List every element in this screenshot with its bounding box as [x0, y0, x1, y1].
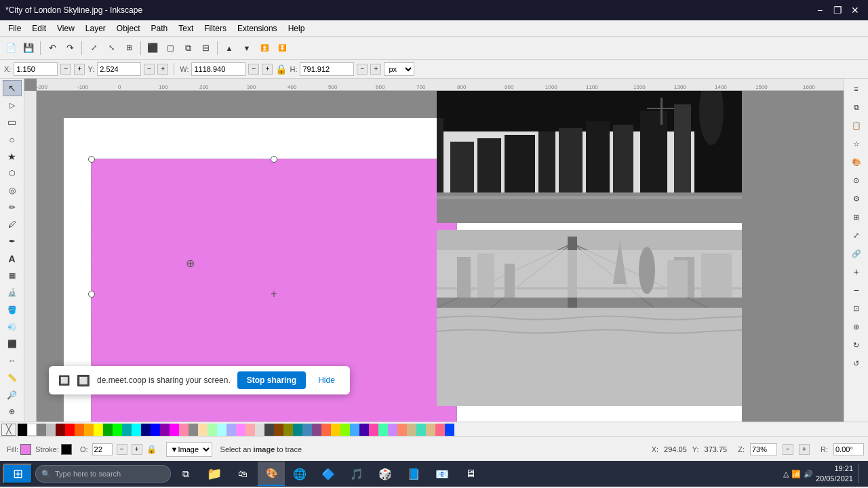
color-darkgreen[interactable] [103, 424, 113, 436]
file-explorer-button[interactable]: 📁 [201, 462, 228, 486]
color-violet[interactable] [312, 424, 321, 436]
zoom-page-button[interactable]: ⤡ [103, 40, 119, 56]
color-white[interactable] [27, 424, 37, 436]
unit-select[interactable]: px mm cm in [384, 62, 414, 76]
rotate-cw-button[interactable]: ↻ [847, 336, 866, 354]
text-tool[interactable]: A [3, 251, 22, 267]
paint-bucket-tool[interactable]: 🪣 [3, 302, 22, 318]
zoom-input[interactable] [750, 443, 777, 455]
mail-button[interactable]: 📧 [429, 462, 456, 486]
undo-button[interactable]: ↶ [44, 40, 60, 56]
color-lightmagenta[interactable] [236, 424, 245, 436]
color-gray2[interactable] [46, 424, 56, 436]
group-button[interactable]: ⧉ [180, 40, 196, 56]
color-green[interactable] [113, 424, 122, 436]
calligraphy-tool[interactable]: ✒ [3, 233, 22, 249]
search-box[interactable]: 🔍 Type here to search [35, 465, 171, 483]
opacity-increase-button[interactable]: + [132, 444, 142, 455]
color-magenta[interactable] [170, 424, 179, 436]
color-gold[interactable] [331, 424, 340, 436]
h-increase-button[interactable]: + [370, 64, 381, 75]
color-lightgray[interactable] [255, 424, 264, 436]
minimize-button[interactable]: − [812, 3, 827, 18]
color-darkred[interactable] [56, 424, 65, 436]
w-coord-input[interactable] [191, 62, 245, 76]
lower-bottom-button[interactable]: ⏬ [274, 40, 290, 56]
color-darkcyan[interactable] [122, 424, 132, 436]
w-decrease-button[interactable]: − [248, 64, 259, 75]
media-button[interactable]: 🎵 [343, 462, 370, 486]
y-decrease-button[interactable]: − [144, 64, 155, 75]
color-orange[interactable] [75, 424, 84, 436]
transform-button[interactable]: ⤢ [847, 226, 866, 244]
no-color-swatch[interactable]: ╳ [1, 424, 16, 436]
y-coord-input[interactable] [97, 62, 141, 76]
zoom-drawing-button[interactable]: ⊞ [121, 40, 137, 56]
objects-button[interactable]: 📋 [847, 117, 866, 134]
doc-properties-button[interactable]: ⚙ [847, 190, 866, 207]
connector-tool[interactable]: ↔ [3, 352, 22, 369]
color-red[interactable] [65, 424, 75, 436]
pencil-tool[interactable]: ✏ [3, 199, 22, 216]
color-hotpink[interactable] [369, 424, 378, 436]
new-button[interactable]: 📄 [3, 40, 19, 56]
align-distribute-button[interactable]: ⊞ [847, 208, 866, 226]
xml-editor-button[interactable]: ≡ [847, 80, 866, 98]
show-desktop-button[interactable] [859, 464, 861, 483]
zoom-fit-drawing-button[interactable]: ⊕ [847, 318, 866, 336]
color-amber[interactable] [84, 424, 94, 436]
ungroup-button[interactable]: ⊟ [197, 40, 214, 56]
lower-button[interactable]: ▼ [239, 40, 255, 56]
select-tool[interactable]: ↖ [3, 80, 22, 96]
color-darkgray[interactable] [264, 424, 274, 436]
eyedropper-tool[interactable]: 🔬 [3, 285, 22, 301]
zoom-in-button[interactable]: + [847, 263, 866, 281]
color-lavender[interactable] [388, 424, 397, 436]
color-teal[interactable] [293, 424, 302, 436]
color-peach[interactable] [198, 424, 208, 436]
color-blue[interactable] [151, 424, 160, 436]
x-increase-button[interactable]: + [74, 64, 85, 75]
zoom-tool[interactable]: 🔎 [3, 387, 22, 403]
color-lime[interactable] [340, 424, 350, 436]
raise-top-button[interactable]: ⏫ [256, 40, 273, 56]
menu-edit[interactable]: Edit [26, 22, 52, 35]
opacity-input[interactable] [92, 443, 113, 455]
color-olive[interactable] [283, 424, 293, 436]
color-purple[interactable] [160, 424, 170, 436]
menu-view[interactable]: View [52, 22, 80, 35]
color-lightgreen[interactable] [208, 424, 217, 436]
color-azure[interactable] [445, 424, 454, 436]
task-view-button[interactable]: ⧉ [172, 462, 199, 486]
zoom-increase-button[interactable]: + [799, 444, 810, 455]
color-mint[interactable] [378, 424, 388, 436]
maximize-button[interactable]: ❐ [830, 3, 845, 18]
color-turquoise[interactable] [416, 424, 426, 436]
snap-button[interactable]: 🔗 [847, 245, 866, 262]
object-properties-button[interactable]: ⊙ [847, 171, 866, 189]
align-left-button[interactable]: ⬛ [144, 40, 161, 56]
raise-button[interactable]: ▲ [221, 40, 237, 56]
color-navy[interactable] [141, 424, 151, 436]
lock-proportions-icon[interactable]: 🔒 [275, 64, 287, 75]
color-pink[interactable] [179, 424, 189, 436]
menu-filters[interactable]: Filters [199, 22, 232, 35]
clock[interactable]: 19:21 20/05/2021 [816, 464, 853, 485]
inkscape-taskbar-button[interactable]: 🎨 [258, 462, 285, 486]
color-brown[interactable] [274, 424, 283, 436]
color-medgray[interactable] [189, 424, 198, 436]
menu-layer[interactable]: Layer [80, 22, 111, 35]
rotate-ccw-button[interactable]: ↺ [847, 354, 866, 372]
rotation-input[interactable] [833, 443, 864, 455]
redo-button[interactable]: ↷ [62, 40, 78, 56]
app7-button[interactable]: 🎲 [372, 462, 399, 486]
spiral-tool[interactable]: ◎ [3, 182, 22, 199]
menu-file[interactable]: File [3, 22, 26, 35]
color-steelblue[interactable] [302, 424, 312, 436]
menu-extensions[interactable]: Extensions [232, 22, 283, 35]
menu-text[interactable]: Text [173, 22, 199, 35]
fill-stroke-button[interactable]: 🎨 [847, 153, 866, 171]
stroke-swatch[interactable] [61, 444, 72, 455]
pen-tool[interactable]: 🖊 [3, 216, 22, 232]
color-sky[interactable] [350, 424, 359, 436]
